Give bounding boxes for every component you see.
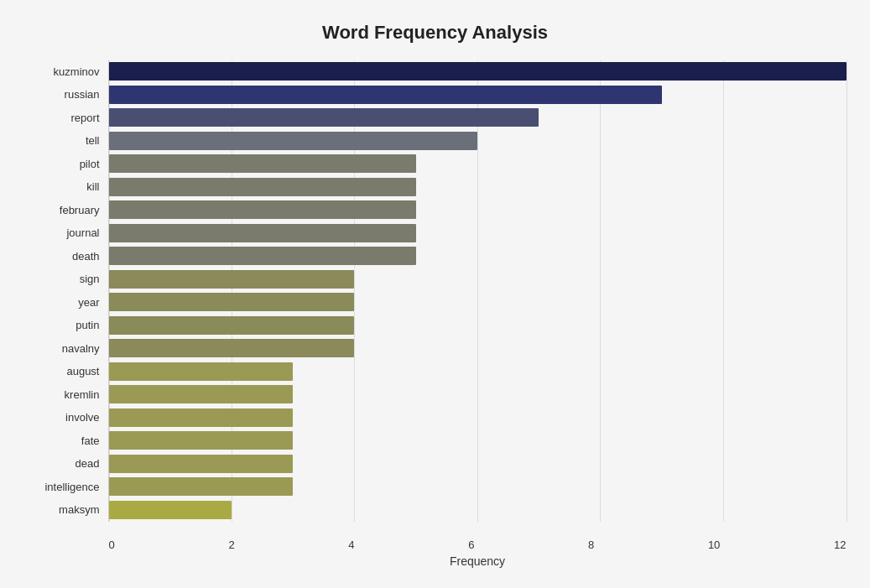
bar — [109, 247, 416, 265]
x-tick: 4 — [348, 539, 354, 551]
bar-row — [109, 429, 847, 453]
chart-container: Word Frequency Analysis kuzminovrussianr… — [8, 5, 863, 584]
bar — [109, 477, 294, 496]
x-tick: 2 — [228, 539, 234, 551]
bar — [109, 200, 416, 219]
y-label: fate — [81, 429, 100, 453]
bar — [109, 501, 232, 519]
y-label: navalny — [62, 337, 100, 361]
bar-row — [109, 221, 847, 245]
y-label: tell — [86, 129, 100, 153]
bar — [109, 455, 294, 473]
y-label: february — [60, 199, 100, 222]
bar-row — [109, 245, 847, 268]
bar-row — [109, 153, 847, 176]
bar-row — [109, 337, 847, 361]
bar-row — [109, 60, 847, 84]
bar — [109, 86, 662, 104]
y-label: involve — [65, 406, 99, 429]
x-axis: 024681012 — [109, 539, 847, 551]
bar-row — [109, 268, 847, 291]
bar-row — [109, 360, 847, 383]
bar — [109, 178, 416, 196]
bar — [109, 362, 294, 381]
bar-row — [109, 498, 847, 522]
grid-line — [847, 60, 847, 522]
x-tick: 10 — [708, 539, 720, 551]
bar-row — [109, 199, 847, 222]
bar — [109, 316, 355, 335]
y-label: year — [78, 291, 99, 315]
bar — [109, 431, 294, 450]
y-label: report — [71, 107, 100, 130]
bars-area: 024681012 Frequency — [108, 60, 847, 522]
bar — [109, 132, 478, 150]
x-tick: 12 — [834, 539, 846, 551]
y-label: intelligence — [44, 476, 99, 499]
bar-row — [109, 476, 847, 499]
bar — [109, 385, 294, 403]
bar — [109, 154, 416, 173]
bar — [109, 408, 294, 427]
bar-row — [109, 383, 847, 407]
bar — [109, 108, 539, 127]
x-tick: 0 — [109, 539, 115, 551]
y-label: pilot — [80, 153, 100, 176]
y-label: kill — [86, 175, 99, 199]
y-label: russian — [65, 83, 100, 107]
y-label: dead — [76, 452, 100, 476]
y-label: august — [66, 360, 99, 383]
bar-row — [109, 406, 847, 429]
bar — [109, 339, 355, 357]
bar-row — [109, 107, 847, 130]
y-label: death — [72, 245, 100, 268]
bar — [109, 62, 847, 81]
y-label: journal — [66, 221, 99, 245]
y-label: kremlin — [65, 383, 100, 407]
x-tick: 8 — [588, 539, 594, 551]
x-tick: 6 — [468, 539, 474, 551]
bar-row — [109, 452, 847, 476]
y-label: sign — [80, 268, 100, 291]
bar-row — [109, 83, 847, 107]
y-label: maksym — [59, 498, 99, 522]
bar-row — [109, 314, 847, 337]
y-label: kuzminov — [54, 60, 100, 84]
y-labels: kuzminovrussianreporttellpilotkillfebrua… — [24, 60, 108, 522]
bar — [109, 293, 355, 311]
bar-row — [109, 291, 847, 315]
bar-row — [109, 129, 847, 153]
x-axis-label: Frequency — [109, 554, 847, 568]
chart-title: Word Frequency Analysis — [24, 22, 847, 44]
y-label: putin — [76, 314, 99, 337]
bar — [109, 224, 416, 242]
bar-row — [109, 175, 847, 199]
bar — [109, 270, 355, 289]
chart-area: kuzminovrussianreporttellpilotkillfebrua… — [24, 60, 847, 522]
